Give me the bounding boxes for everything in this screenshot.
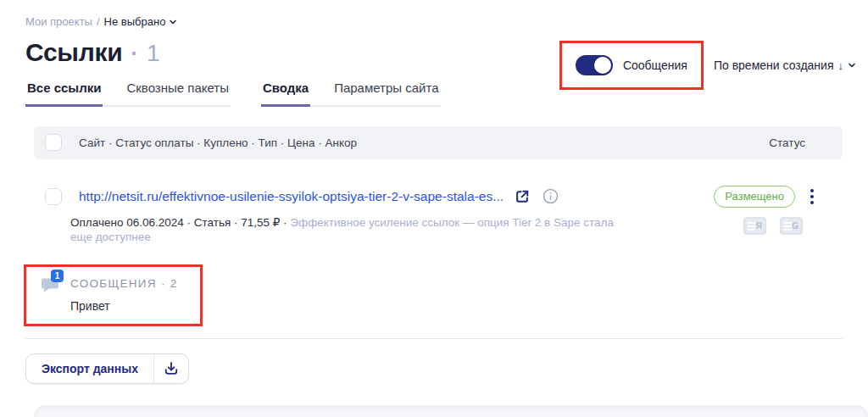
page-title: Ссылки: [25, 38, 122, 67]
row-checkbox[interactable]: [45, 188, 62, 205]
messages-toggle-label: Сообщения: [623, 58, 687, 72]
tab-group-links: Все ссылки Сквозные пакеты: [25, 81, 231, 107]
table-status-column-label: Статус: [769, 136, 805, 149]
links-page: Мои проекты / Не выбрано Ссылки · 1 Сооб…: [0, 0, 868, 417]
messages-annotation-box: 1 СООБЩЕНИЯ · 2 Привет: [24, 264, 203, 326]
sort-label: По времени создания: [714, 58, 834, 72]
chevron-down-icon: [169, 18, 177, 26]
tab-site-parameters[interactable]: Параметры сайта: [332, 81, 440, 107]
yandex-letter: Я: [756, 221, 762, 231]
export-data-button[interactable]: Экспорт данных: [26, 354, 153, 383]
breadcrumb-current-label: Не выбрано: [104, 15, 166, 28]
google-letter: G: [792, 221, 798, 231]
info-icon[interactable]: [542, 188, 559, 204]
table-columns-label: Сайт · Статус оплаты · Куплено · Тип · Ц…: [79, 136, 357, 149]
link-url[interactable]: http://netsit.ru/effektivnoe-usilenie-ss…: [79, 189, 504, 204]
download-button[interactable]: [154, 354, 188, 383]
sort-direction-arrow-icon: ↓: [838, 59, 844, 72]
chevron-down-icon: [848, 61, 856, 70]
yandex-index-icon: Я: [743, 217, 766, 235]
title-separator-dot: ·: [131, 41, 138, 67]
select-all-checkbox[interactable]: [45, 134, 62, 151]
indexation-icons: Я G: [743, 217, 843, 235]
links-count: 1: [147, 40, 160, 67]
tab-all-links[interactable]: Все ссылки: [25, 81, 103, 107]
breadcrumb-project-selector[interactable]: Не выбрано: [104, 15, 178, 28]
messages-toggle[interactable]: [576, 55, 613, 75]
unread-count-badge: 1: [51, 270, 64, 282]
section-divider: [25, 338, 843, 339]
breadcrumb-root-link[interactable]: Мои проекты: [25, 15, 92, 28]
tab-summary[interactable]: Сводка: [261, 81, 310, 107]
export-split-button: Экспорт данных: [25, 353, 189, 384]
message-preview[interactable]: Привет: [70, 299, 178, 313]
external-link-icon[interactable]: [514, 188, 531, 205]
breadcrumb: Мои проекты / Не выбрано: [25, 15, 843, 28]
download-icon: [163, 360, 180, 377]
tab-through-packages[interactable]: Сквозные пакеты: [125, 81, 231, 107]
tab-group-site: Сводка Параметры сайта: [261, 81, 441, 107]
sort-dropdown[interactable]: По времени создания ↓: [714, 58, 856, 72]
message-bubble-icon[interactable]: 1: [40, 275, 60, 293]
payment-info: Оплачено 06.06.2024 · Статья · 71,55 ₽ ·: [70, 216, 290, 229]
next-section-edge: [34, 405, 868, 417]
top-controls: Сообщения По времени создания ↓: [559, 41, 856, 90]
row-details-text: Оплачено 06.06.2024 · Статья · 71,55 ₽ ·…: [70, 215, 632, 244]
messages-header[interactable]: 1 СООБЩЕНИЯ · 2: [40, 275, 178, 293]
table-row: http://netsit.ru/effektivnoe-usilenie-ss…: [25, 186, 843, 208]
breadcrumb-separator: /: [97, 15, 100, 28]
table-header: Сайт · Статус оплаты · Куплено · Тип · Ц…: [34, 126, 843, 159]
messages-title: СООБЩЕНИЯ · 2: [70, 277, 178, 290]
toggle-knob: [594, 57, 611, 74]
row-menu-kebab-icon[interactable]: [807, 186, 817, 207]
status-badge: Размещено: [714, 186, 795, 208]
messages-toggle-annotation-box: Сообщения: [559, 41, 704, 90]
row-details: Оплачено 06.06.2024 · Статья · 71,55 ₽ ·…: [25, 215, 843, 244]
google-index-icon: G: [780, 217, 803, 235]
